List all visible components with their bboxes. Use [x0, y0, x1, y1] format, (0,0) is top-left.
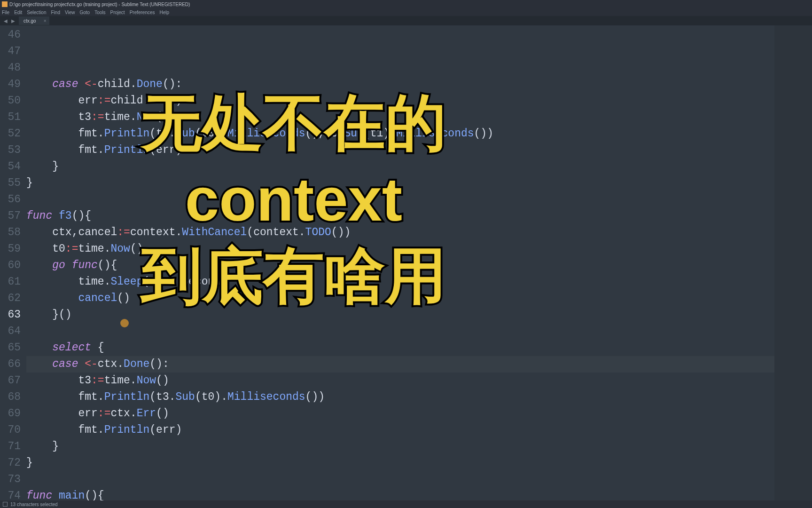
line-number: 57: [0, 208, 21, 224]
menu-edit[interactable]: Edit: [14, 10, 22, 15]
code-line[interactable]: case <-child.Done():: [26, 76, 812, 93]
line-number: 60: [0, 257, 21, 274]
code-line[interactable]: fmt.Println(t3.Sub(t0).Milliseconds()): [26, 389, 812, 405]
line-number: 71: [0, 438, 21, 455]
menu-preferences[interactable]: Preferences: [130, 10, 155, 15]
line-number: 73: [0, 471, 21, 488]
line-number: 46: [0, 27, 21, 43]
code-line[interactable]: }: [26, 455, 812, 471]
line-number: 52: [0, 126, 21, 142]
nav-back-button[interactable]: ◀: [2, 17, 9, 24]
minimap[interactable]: [774, 25, 812, 500]
code-line[interactable]: [26, 191, 812, 208]
code-line[interactable]: func f3(){: [26, 208, 812, 224]
code-line[interactable]: }: [26, 438, 812, 455]
code-line[interactable]: }: [26, 175, 812, 191]
code-line[interactable]: }: [26, 159, 812, 175]
line-number: 65: [0, 340, 21, 356]
code-line[interactable]: t3:=time.Now(): [26, 109, 812, 126]
code-line[interactable]: fmt.Println(t3.Sub(t0).Milliseconds(),t3…: [26, 126, 812, 142]
code-line[interactable]: time.Sleep(time.Second): [26, 274, 812, 290]
code-line[interactable]: go func(){: [26, 257, 812, 274]
code-line[interactable]: err:=child.Err(): [26, 93, 812, 109]
line-number: 51: [0, 109, 21, 126]
line-number: 66: [0, 356, 21, 373]
code-line[interactable]: select {: [26, 340, 812, 356]
menu-selection[interactable]: Selection: [27, 10, 46, 15]
line-number: 58: [0, 224, 21, 241]
status-selection: 13 characters selected: [10, 502, 58, 507]
line-number: 61: [0, 274, 21, 290]
line-number: 48: [0, 60, 21, 76]
menu-view[interactable]: View: [65, 10, 75, 15]
line-number: 67: [0, 373, 21, 389]
code-line[interactable]: ctx,cancel:=context.WithCancel(context.T…: [26, 224, 812, 241]
menu-find[interactable]: Find: [51, 10, 60, 15]
tab-bar: ◀ ▶ ctx.go ×: [0, 16, 812, 25]
line-number: 47: [0, 43, 21, 60]
line-number: 49: [0, 76, 21, 93]
line-number: 62: [0, 290, 21, 307]
line-number: 55: [0, 175, 21, 191]
code-line[interactable]: func main(){: [26, 488, 812, 500]
line-number: 56: [0, 191, 21, 208]
line-number: 50: [0, 93, 21, 109]
code-line[interactable]: case <-ctx.Done():: [26, 356, 812, 373]
status-bar: 13 characters selected: [0, 500, 812, 508]
code-line[interactable]: [26, 323, 812, 340]
code-line[interactable]: err:=ctx.Err(): [26, 405, 812, 422]
line-number: 70: [0, 422, 21, 438]
line-number-gutter: 4647484950515253545556575859606162636465…: [0, 25, 26, 500]
tab-label: ctx.go: [23, 18, 36, 24]
line-number: 54: [0, 159, 21, 175]
menu-help[interactable]: Help: [160, 10, 170, 15]
menu-bar: File Edit Selection Find View Goto Tools…: [0, 8, 812, 16]
editor-area[interactable]: 4647484950515253545556575859606162636465…: [0, 25, 812, 500]
line-number: 68: [0, 389, 21, 405]
line-number: 63: [0, 307, 21, 323]
code-line[interactable]: [26, 471, 812, 488]
line-number: 69: [0, 405, 21, 422]
code-line[interactable]: fmt.Println(err): [26, 422, 812, 438]
app-icon: [2, 1, 8, 7]
code-line[interactable]: }(): [26, 307, 812, 323]
line-number: 72: [0, 455, 21, 471]
window-titlebar: D:\go project\training project\ctx.go (t…: [0, 0, 812, 8]
close-icon[interactable]: ×: [44, 18, 47, 24]
tab-ctx-go[interactable]: ctx.go ×: [19, 16, 49, 25]
code-line[interactable]: cancel(): [26, 290, 812, 307]
menu-goto[interactable]: Goto: [79, 10, 90, 15]
line-number: 74: [0, 488, 21, 500]
line-number: 64: [0, 323, 21, 340]
code-line[interactable]: fmt.Println(err): [26, 142, 812, 159]
line-number: 59: [0, 241, 21, 257]
nav-forward-button[interactable]: ▶: [9, 17, 17, 24]
panel-toggle-icon[interactable]: [3, 502, 8, 507]
menu-tools[interactable]: Tools: [94, 10, 105, 15]
window-title: D:\go project\training project\ctx.go (t…: [9, 2, 190, 7]
menu-project[interactable]: Project: [110, 10, 125, 15]
line-number: 53: [0, 142, 21, 159]
menu-file[interactable]: File: [2, 10, 9, 15]
code-line[interactable]: t0:=time.Now(): [26, 241, 812, 257]
code-line[interactable]: t3:=time.Now(): [26, 373, 812, 389]
code-content[interactable]: case <-child.Done(): err:=child.Err() t3…: [26, 25, 812, 500]
